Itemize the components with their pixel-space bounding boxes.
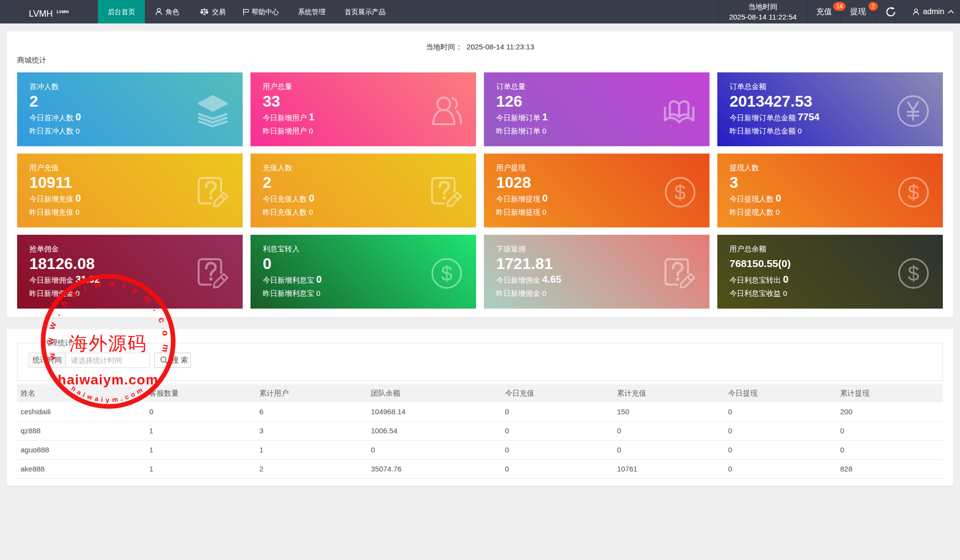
svg-text:海外源码: 海外源码 [69,333,147,354]
svg-text:$: $ [441,262,452,285]
svg-text:$: $ [674,181,686,204]
svg-text:$: $ [908,181,919,204]
svg-text:haiwaiym.com: haiwaiym.com [58,372,159,387]
svg-text:$: $ [908,262,919,285]
